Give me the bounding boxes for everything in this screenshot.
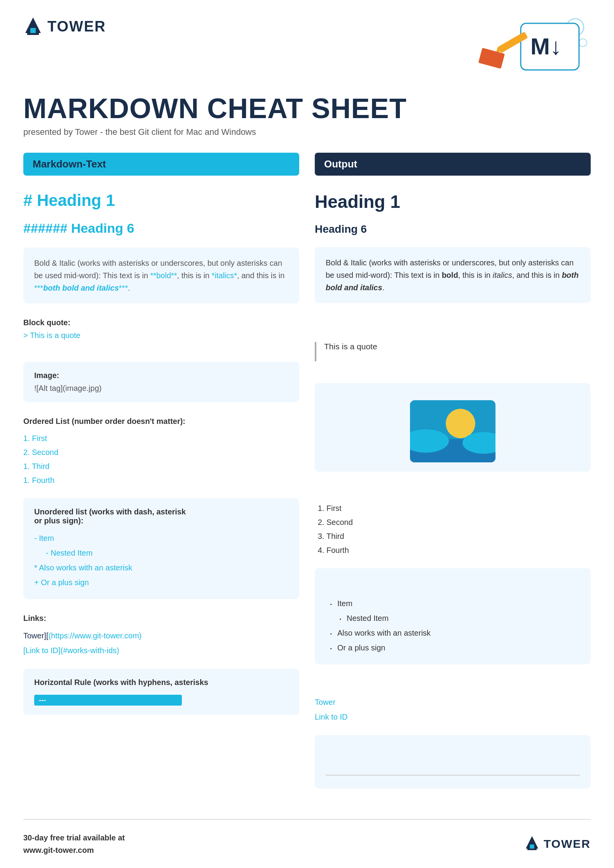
heading6-markdown: ###### Heading 6 xyxy=(23,221,299,236)
footer-line1: 30-day free trial available at xyxy=(23,833,125,842)
links-section-left: Links: Tower][(https://www.git-tower.com… xyxy=(23,610,299,669)
link1-markdown: Tower][(https://www.git-tower.com) xyxy=(23,628,299,643)
logo-text: TOWER xyxy=(47,18,106,35)
svg-rect-2 xyxy=(27,33,39,35)
link2-output[interactable]: Link to ID xyxy=(315,709,591,724)
footer-logo: TOWER xyxy=(524,835,591,853)
ordered-list-output: First Second Third Fourth xyxy=(315,501,591,557)
ordered-out-item-2: Second xyxy=(326,515,591,529)
bold-italic-card-right: Bold & Italic (works with asterisks or u… xyxy=(315,247,591,303)
svg-text:M↓: M↓ xyxy=(530,33,562,59)
links-section-right: Tower Link to ID xyxy=(315,675,591,735)
blockquote-output: This is a quote xyxy=(315,342,591,361)
svg-rect-21 xyxy=(527,849,537,850)
unordered-md-item-1: - Item xyxy=(34,531,288,546)
hr-card-right xyxy=(315,735,591,789)
image-card-left: Image: ![Alt tag](image.jpg) xyxy=(23,362,299,402)
output-column: Output Heading 1 Heading 6 Bold & Italic… xyxy=(307,153,591,800)
blockquote-label: Block quote: xyxy=(23,318,299,327)
heading6-output: Heading 6 xyxy=(315,223,591,235)
heading1-output: Heading 1 xyxy=(315,187,591,216)
image-card-right xyxy=(315,383,591,472)
bold-italic-output: Bold & Italic (works with asterisks or u… xyxy=(326,256,580,294)
unordered-label: Unordered list (works with dash, asteris… xyxy=(34,507,288,525)
bold-italic-markdown: Bold & Italic (works with asterisks or u… xyxy=(34,257,288,294)
links-label: Links: xyxy=(23,614,299,623)
landscape-image-output xyxy=(410,400,495,462)
footer-logo-text: TOWER xyxy=(544,837,591,851)
unordered-list-output: Item Nested Item Also works with an aste… xyxy=(326,596,580,655)
svg-rect-20 xyxy=(530,845,534,849)
title-section: MARKDOWN CHEAT SHEET presented by Tower … xyxy=(0,85,614,153)
ordered-out-item-1: First xyxy=(326,501,591,515)
unordered-md-item-2: * Also works with an asterisk xyxy=(34,560,288,575)
blockquote-section-right: This is a quote xyxy=(315,314,591,383)
tower-logo-icon xyxy=(23,16,43,38)
unordered-card-left: Unordered list (works with dash, asteris… xyxy=(23,498,299,599)
blockquote-section-left: Block quote: > This is a quote xyxy=(23,314,299,362)
svg-point-5 xyxy=(579,39,587,47)
svg-rect-18 xyxy=(410,458,495,462)
hr-markdown-visual: --- xyxy=(34,695,288,706)
unordered-out-item-2: Also works with an asterisk xyxy=(330,626,580,640)
unordered-out-item-3: Or a plus sign xyxy=(330,640,580,655)
footer-tower-icon xyxy=(524,835,540,853)
markdown-column: Markdown-Text # Heading 1 ###### Heading… xyxy=(23,153,307,800)
ordered-list-label: Ordered List (number order doesn't matte… xyxy=(23,417,299,426)
unordered-card-right: Item Nested Item Also works with an aste… xyxy=(315,568,591,664)
image-label: Image: xyxy=(34,371,288,380)
main-columns: Markdown-Text # Heading 1 ###### Heading… xyxy=(0,153,614,800)
main-title: MARKDOWN CHEAT SHEET xyxy=(23,93,591,124)
header: TOWER M↓ xyxy=(0,0,614,85)
image-markdown: ![Alt tag](image.jpg) xyxy=(34,384,288,393)
unordered-list-markdown: - Item - Nested Item * Also works with a… xyxy=(34,531,288,590)
svg-point-13 xyxy=(446,409,475,438)
unordered-md-item-nested: - Nested Item xyxy=(34,546,288,560)
footer-line2: www.git-tower.com xyxy=(23,846,94,854)
blockquote-markdown: > This is a quote xyxy=(23,331,299,340)
ordered-md-item-2: 2. Second xyxy=(23,445,299,459)
bold-italic-card-left: Bold & Italic (works with asterisks or u… xyxy=(23,248,299,303)
hr-card-left: Horizontal Rule (works with hyphens, ast… xyxy=(23,669,299,715)
footer-text: 30-day free trial available at www.git-t… xyxy=(23,831,125,856)
ordered-md-item-1: 1. First xyxy=(23,431,299,445)
ordered-list-section-left: Ordered List (number order doesn't matte… xyxy=(23,413,299,498)
link2-markdown: [Link to ID](#works-with-ids) xyxy=(23,643,299,658)
ordered-md-item-3: 1. Third xyxy=(23,459,299,473)
ordered-list-section-right: First Second Third Fourth xyxy=(315,483,591,568)
hr-dashes: --- xyxy=(39,696,46,704)
hr-md-bar: --- xyxy=(34,695,182,706)
link1-output[interactable]: Tower xyxy=(315,695,591,709)
hr-label: Horizontal Rule (works with hyphens, ast… xyxy=(34,678,288,687)
col-left-header: Markdown-Text xyxy=(23,153,299,176)
heading1-markdown: # Heading 1 xyxy=(23,187,299,214)
unordered-out-item-1: Item xyxy=(330,596,580,611)
top-illustration: M↓ xyxy=(459,16,591,78)
ordered-list-markdown: 1. First 2. Second 1. Third 1. Fourth xyxy=(23,431,299,487)
ordered-md-item-4: 1. Fourth xyxy=(23,473,299,487)
svg-rect-1 xyxy=(30,28,36,33)
unordered-md-item-3: + Or a plus sign xyxy=(34,575,288,590)
unordered-out-item-nested: Nested Item xyxy=(330,611,580,626)
hr-output xyxy=(326,775,580,776)
ordered-out-item-4: Fourth xyxy=(326,543,591,557)
logo: TOWER xyxy=(23,16,106,38)
footer: 30-day free trial available at www.git-t… xyxy=(23,819,591,868)
col-right-header: Output xyxy=(315,153,591,176)
subtitle: presented by Tower - the best Git client… xyxy=(23,127,591,137)
ordered-out-item-3: Third xyxy=(326,529,591,543)
